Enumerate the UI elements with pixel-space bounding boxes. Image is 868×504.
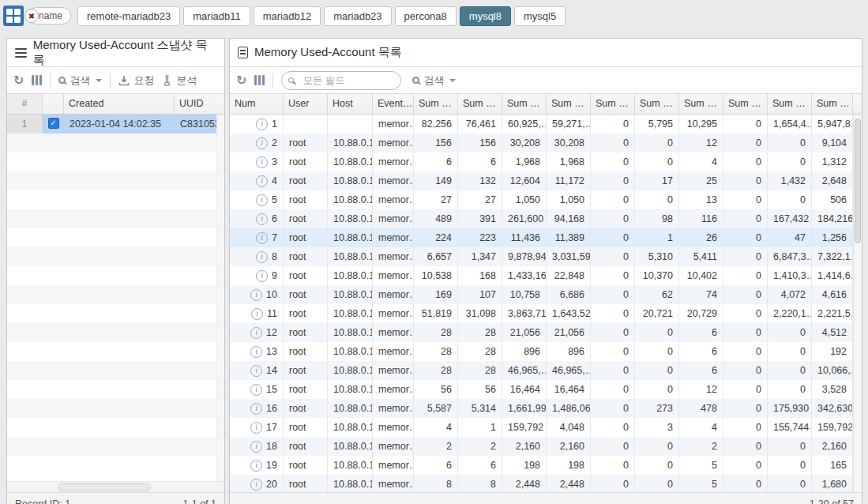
cell: 156	[458, 134, 502, 152]
empty-row	[7, 190, 224, 209]
table-row[interactable]: i9root10.88.0.1memor…10,5381681,433,1682…	[230, 266, 862, 285]
info-icon[interactable]: i	[250, 403, 262, 415]
search-dropdown-button[interactable]: 검색	[58, 73, 102, 88]
cell: 0	[635, 152, 679, 171]
info-icon[interactable]: i	[250, 365, 262, 377]
table-row[interactable]: i1memor…82,25676,46160,925,…59,271,…05,7…	[230, 115, 862, 134]
column-header[interactable]: Sum …	[458, 94, 502, 114]
column-header[interactable]: Sum …	[812, 94, 853, 114]
table-row[interactable]: i3root10.88.0.1memor…661,9681,968004001,…	[230, 152, 862, 171]
cell: 391	[458, 209, 502, 228]
info-icon[interactable]: i	[256, 270, 268, 282]
table-row[interactable]: i6root10.88.0.1memor…489391261,60094,168…	[230, 209, 862, 228]
info-icon[interactable]: i	[256, 213, 268, 225]
all-fields-search-input[interactable]	[281, 71, 401, 90]
table-row[interactable]: i10root10.88.0.1memor…16910710,7586,6860…	[230, 285, 862, 304]
table-row[interactable]: i20root10.88.0.1memor…882,4482,448005001…	[230, 475, 862, 492]
table-row[interactable]: i19root10.88.0.1memor…6619819800500165	[230, 456, 862, 475]
column-header[interactable]: Sum …	[414, 94, 458, 114]
table-row[interactable]: i2root10.88.0.1memor…15615630,20830,2080…	[230, 134, 862, 152]
table-row[interactable]: i5root10.88.0.1memor…27271,0501,05000130…	[230, 190, 862, 209]
checkbox-checked[interactable]: ✓	[48, 118, 59, 129]
info-icon[interactable]: i	[256, 251, 268, 263]
info-icon[interactable]: i	[256, 118, 268, 130]
table-row-selected[interactable]: 1 ✓ 2023-01-04 14:02:35 C8310534-	[7, 115, 224, 134]
tab-mariadb23[interactable]: mariadb23	[324, 6, 391, 26]
tab-percona8[interactable]: percona8	[395, 6, 457, 26]
remove-filter-icon[interactable]: ✖	[24, 9, 39, 23]
column-header-uuid[interactable]: UUID	[175, 94, 218, 114]
table-row[interactable]: i15root10.88.0.1memor…565616,46416,46400…	[230, 380, 862, 399]
cell: 76,461	[458, 115, 502, 134]
info-icon[interactable]: i	[250, 289, 262, 301]
column-header[interactable]: Sum …	[679, 94, 723, 114]
record-range-label: 1-1 of 1	[183, 498, 216, 504]
column-header[interactable]: Sum …	[635, 94, 679, 114]
tab-mysql5[interactable]: mysql5	[514, 6, 566, 26]
column-header[interactable]: Sum …	[502, 94, 547, 114]
tab-remote-mariadb23[interactable]: remote-mariadb23	[77, 6, 180, 26]
apps-grid-icon[interactable]	[3, 6, 24, 26]
column-header[interactable]: Event…	[373, 94, 414, 114]
column-header-index[interactable]: #	[7, 94, 43, 114]
table-row[interactable]: i11root10.88.0.1memor…51,81931,0983,863,…	[230, 304, 862, 323]
request-button[interactable]: 요청	[118, 73, 154, 88]
tab-mysql8[interactable]: mysql8	[460, 6, 511, 26]
table-row[interactable]: i8root10.88.0.1memor…6,6571,3479,878,944…	[230, 247, 862, 266]
cell: 0	[723, 247, 768, 266]
cell: 0	[635, 361, 679, 380]
scrollbar-thumb[interactable]	[58, 483, 151, 491]
info-icon[interactable]: i	[256, 137, 268, 149]
column-header[interactable]: User	[284, 94, 328, 114]
cell: 27	[414, 190, 458, 209]
column-header[interactable]: Sum …	[547, 94, 591, 114]
info-icon[interactable]: i	[250, 384, 262, 396]
cell	[328, 115, 373, 134]
columns-icon[interactable]	[254, 75, 265, 85]
info-icon[interactable]: i	[250, 422, 262, 434]
left-horizontal-scrollbar[interactable]	[7, 481, 224, 492]
refresh-icon[interactable]: ↻	[13, 74, 24, 87]
cell: root	[284, 228, 328, 247]
refresh-icon[interactable]: ↻	[236, 74, 246, 87]
info-icon[interactable]: i	[250, 346, 262, 358]
column-header-created[interactable]: Created	[64, 94, 175, 114]
info-icon[interactable]: i	[256, 194, 268, 206]
column-header-checkbox[interactable]	[43, 94, 64, 114]
info-icon[interactable]: i	[250, 479, 262, 491]
table-row[interactable]: i7root10.88.0.1memor…22422311,43611,3890…	[230, 228, 862, 247]
column-header[interactable]: Sum …	[723, 94, 768, 114]
cell: memor…	[373, 437, 414, 456]
info-icon[interactable]: i	[250, 460, 262, 472]
search-dropdown-button[interactable]: 검색	[412, 73, 456, 88]
right-vertical-scrollbar[interactable]	[853, 115, 862, 492]
info-icon[interactable]: i	[256, 175, 268, 187]
table-row[interactable]: i4root10.88.0.1memor…14913212,60411,1720…	[230, 171, 862, 190]
info-icon[interactable]: i	[250, 327, 262, 339]
table-row[interactable]: i13root10.88.0.1memor…282889689600600192	[230, 342, 862, 361]
table-row[interactable]: i12root10.88.0.1memor…282821,05621,05600…	[230, 323, 862, 342]
info-icon[interactable]: i	[256, 232, 268, 244]
filter-chip-name[interactable]: ✖ name	[28, 7, 71, 24]
column-header[interactable]: Num	[230, 94, 284, 114]
column-header[interactable]: Sum …	[768, 94, 812, 114]
column-header[interactable]: Sum …	[591, 94, 635, 114]
column-header[interactable]: Host	[328, 94, 373, 114]
info-icon[interactable]: i	[256, 156, 268, 168]
cell: 0	[591, 380, 635, 399]
columns-icon[interactable]	[32, 75, 42, 85]
info-icon[interactable]: i	[251, 308, 263, 320]
cell: 0	[723, 456, 768, 475]
left-vertical-scrollbar[interactable]	[216, 115, 224, 481]
analyze-button[interactable]: 분석	[162, 73, 197, 88]
table-row[interactable]: i18root10.88.0.1memor…222,1602,160002002…	[230, 437, 862, 456]
table-row[interactable]: i14root10.88.0.1memor…282846,965,…46,965…	[230, 361, 862, 380]
tab-mariadb11[interactable]: mariadb11	[183, 6, 250, 26]
table-row[interactable]: i16root10.88.0.1memor…5,5875,3141,661,99…	[230, 399, 862, 418]
info-icon[interactable]: i	[250, 441, 262, 453]
table-row[interactable]: i17root10.88.0.1memor…41159,7924,0480340…	[230, 418, 862, 437]
cell: 149	[414, 171, 458, 190]
tab-mariadb12[interactable]: mariadb12	[254, 6, 321, 26]
scrollbar-thumb[interactable]	[855, 118, 861, 243]
menu-icon[interactable]	[15, 48, 27, 58]
